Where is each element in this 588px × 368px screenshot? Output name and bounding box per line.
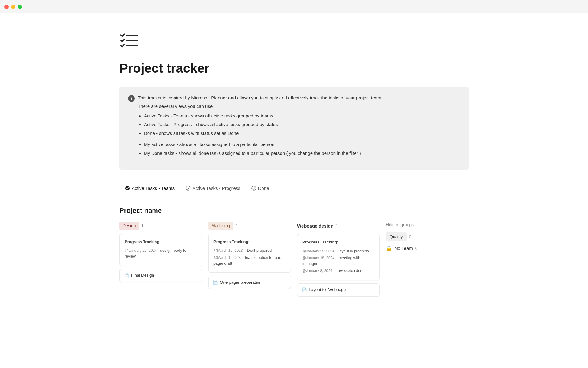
minimize-button[interactable] (11, 5, 15, 9)
tag-marketing: Marketing (208, 222, 233, 230)
card-title: Progress Tracking: (125, 239, 197, 245)
no-team-count: 0 (415, 245, 418, 252)
column-count-webpage: 1 (336, 223, 338, 229)
info-list-primary: Active Tasks - Teams - shows all active … (138, 113, 383, 137)
task-name-footer[interactable]: 📄 One pager preparation (208, 276, 291, 289)
lock-icon: 🔒 (386, 245, 392, 252)
info-description: This tracker is inspired by Microsoft Pl… (138, 94, 383, 159)
card-entry: @January 18, 2024 – meeting with manager (302, 255, 375, 267)
tabs: Active Tasks - Teams Active Tasks - Prog… (119, 182, 469, 196)
tag-webpage-design: Webpage design (297, 222, 334, 231)
check-circle-outline-icon (186, 186, 190, 191)
svg-point-3 (125, 186, 130, 190)
tab-active-tasks-progress[interactable]: Active Tasks - Progress (180, 182, 246, 196)
hidden-groups-column: Hidden groups Quality 0 🔒 No Team 0 (386, 222, 447, 252)
page-title: Project tracker (119, 59, 469, 78)
tab-label: Done (258, 185, 269, 192)
column-design: Design 1 Progress Tracking: @January 29,… (119, 222, 202, 282)
column-count-design: 1 (141, 223, 144, 229)
tab-label: Active Tasks - Teams (132, 185, 175, 192)
tab-label: Active Tasks - Progress (192, 185, 240, 192)
card-entry: @March 12, 2023 – Draft prepared (213, 248, 286, 254)
column-count-marketing: 1 (236, 223, 238, 229)
task-name: Final Design (131, 272, 154, 278)
hidden-group-quality: Quality 0 (386, 232, 447, 241)
titlebar (0, 0, 588, 13)
quality-count: 0 (409, 234, 412, 240)
list-item: Done - shows all tasks with status set a… (144, 130, 383, 137)
tabs-container: Active Tasks - Teams Active Tasks - Prog… (119, 182, 469, 196)
card-title: Progress Tracking: (213, 239, 286, 245)
card-entry: @March 1, 2023 – team creation for one p… (213, 255, 286, 266)
board-title: Project name (119, 205, 469, 216)
no-team-label: No Team (394, 245, 413, 252)
info-list-secondary: My active tasks - shows all tasks assign… (138, 141, 383, 157)
task-name: Layout for Webpage (309, 287, 346, 293)
app-logo-icon (119, 32, 469, 52)
svg-point-4 (186, 186, 190, 190)
card-title: Progress Tracking: (302, 239, 375, 245)
task-card[interactable]: Progress Tracking: @January 25, 2024 – l… (297, 234, 380, 280)
task-card[interactable]: Progress Tracking: @March 12, 2023 – Dra… (208, 234, 291, 273)
card-entry: @January 25, 2024 – layout in progress (302, 248, 375, 254)
task-name-footer[interactable]: 📄 Final Design (119, 269, 202, 282)
task-name-footer[interactable]: 📄 Layout for Webpage (297, 283, 380, 297)
check-circle-filled-icon (125, 186, 130, 191)
board-section: Project name Design 1 Progress Tracking:… (119, 205, 469, 297)
main-content: Project tracker i This tracker is inspir… (95, 13, 493, 318)
hidden-group-no-team: 🔒 No Team 0 (386, 245, 447, 252)
document-icon: 📄 (213, 279, 218, 286)
tag-design: Design (119, 222, 139, 230)
list-item: Active Tasks - Progress - shows all acti… (144, 121, 383, 128)
column-header-design: Design 1 (119, 222, 202, 230)
card-entry: @January 29, 2024 - design ready for rev… (125, 248, 197, 259)
column-header-webpage: Webpage design 1 (297, 222, 380, 231)
info-icon: i (128, 95, 135, 102)
tab-done[interactable]: Done (246, 182, 275, 196)
task-card[interactable]: Progress Tracking: @January 29, 2024 - d… (119, 234, 202, 266)
document-icon: 📄 (124, 272, 129, 279)
task-name: One pager preparation (220, 279, 262, 286)
svg-point-5 (252, 186, 256, 190)
info-box: i This tracker is inspired by Microsoft … (119, 87, 469, 170)
hidden-groups-label: Hidden groups (386, 222, 447, 228)
column-header-marketing: Marketing 1 (208, 222, 291, 230)
close-button[interactable] (4, 5, 9, 9)
maximize-button[interactable] (18, 5, 22, 9)
list-item: Active Tasks - Teams - shows all active … (144, 113, 383, 120)
tab-active-tasks-teams[interactable]: Active Tasks - Teams (119, 182, 180, 196)
list-item: My Done tasks - shows all done tasks ass… (144, 150, 383, 157)
column-webpage-design: Webpage design 1 Progress Tracking: @Jan… (297, 222, 380, 297)
check-circle-outline-icon (251, 186, 256, 191)
document-icon: 📄 (302, 287, 307, 293)
list-item: My active tasks - shows all tasks assign… (144, 141, 383, 148)
card-entry: @January 8, 2024 – raw sketch done (302, 268, 375, 274)
column-marketing: Marketing 1 Progress Tracking: @March 12… (208, 222, 291, 289)
board-columns: Design 1 Progress Tracking: @January 29,… (119, 222, 469, 297)
tag-quality: Quality (386, 232, 407, 241)
